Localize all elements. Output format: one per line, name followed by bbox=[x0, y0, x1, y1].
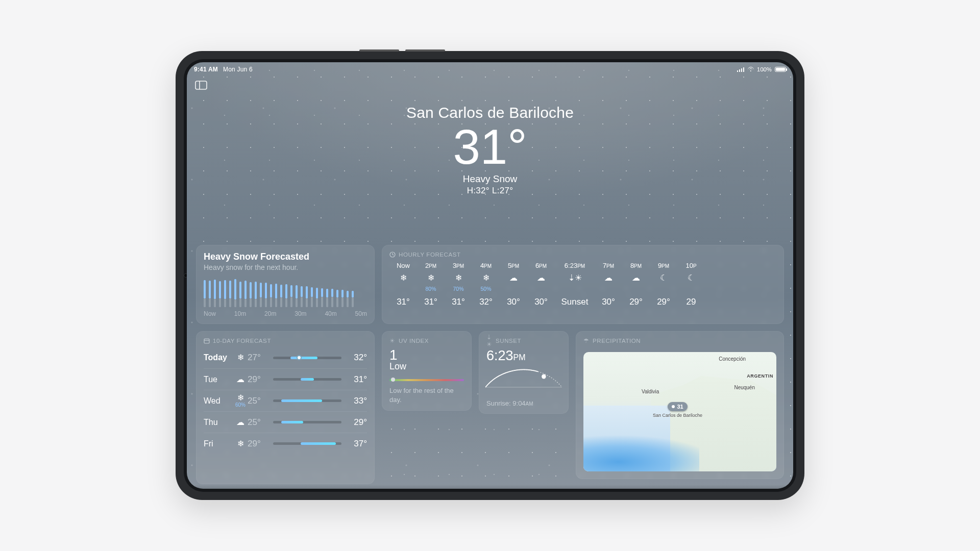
scale-50m: 50m bbox=[355, 310, 367, 317]
precipitation-map-card[interactable]: ☂︎ Precipitation Concepción ARGENTIN bbox=[576, 331, 784, 479]
tenday-row[interactable]: Fri❄︎29°37° bbox=[204, 433, 367, 454]
sidebar-toggle[interactable] bbox=[194, 80, 208, 91]
crop-fade bbox=[187, 485, 793, 489]
snow-icon: ❄︎ bbox=[428, 272, 434, 283]
row-bottom: 10-Day Forecast Today❄︎27°32°Tue☁︎29°31°… bbox=[196, 331, 784, 484]
uv-level: Low bbox=[389, 361, 464, 372]
hourly-track[interactable]: Now❄︎31°2PM❄︎80%31°3PM❄︎70%31°4PM❄︎50%32… bbox=[389, 262, 776, 307]
battery-icon bbox=[775, 67, 786, 72]
tenday-header-label: 10-Day Forecast bbox=[213, 338, 271, 344]
umbrella-icon: ☂︎ bbox=[583, 338, 590, 344]
hour-col[interactable]: 4PM❄︎50%32° bbox=[472, 262, 500, 307]
hourly-header-label: Hourly Forecast bbox=[399, 252, 461, 258]
status-time: 9:41 AM bbox=[194, 66, 218, 73]
svg-rect-3 bbox=[204, 339, 209, 343]
dot-icon bbox=[672, 405, 675, 408]
sunrise-ampm: AM bbox=[526, 401, 533, 407]
map-label-valdivia: Valdivia bbox=[642, 389, 659, 394]
hour-col[interactable]: 9PM☾29° bbox=[650, 262, 677, 307]
cloud-icon: ☁︎ bbox=[233, 418, 248, 427]
wifi-icon bbox=[747, 67, 754, 72]
sunset-header-label: Sunset bbox=[496, 338, 521, 344]
rhs-row-1: ☀︎ UV Index 1 Low Low for the rest of th… bbox=[382, 331, 784, 479]
nightcloud-icon: ☁︎ bbox=[604, 272, 612, 283]
hourly-header: Hourly Forecast bbox=[389, 252, 776, 258]
sunset-arc bbox=[485, 367, 562, 394]
row-top: Heavy Snow Forecasted Heavy snow for the… bbox=[196, 245, 784, 324]
ten-day-forecast-card[interactable]: 10-Day Forecast Today❄︎27°32°Tue☁︎29°31°… bbox=[196, 331, 375, 484]
hour-col[interactable]: 6:23PM⇣☀︎Sunset bbox=[555, 262, 595, 307]
map-marker-pill: 31 bbox=[668, 402, 687, 411]
snow-icon: ❄︎ bbox=[400, 272, 407, 283]
hour-col[interactable]: 6PM☁︎30° bbox=[527, 262, 555, 307]
tenday-row[interactable]: Today❄︎27°32° bbox=[204, 347, 367, 368]
weather-content: Heavy Snow Forecasted Heavy snow for the… bbox=[187, 245, 793, 489]
hour-col[interactable]: 8PM☁︎29° bbox=[622, 262, 650, 307]
tenday-header: 10-Day Forecast bbox=[204, 338, 367, 344]
uv-header: ☀︎ UV Index bbox=[389, 338, 464, 344]
sidebar-icon bbox=[195, 81, 207, 90]
scale-40m: 40m bbox=[325, 310, 336, 317]
uv-value: 1 bbox=[389, 348, 464, 362]
uv-index-card[interactable]: ☀︎ UV Index 1 Low Low for the rest of th… bbox=[382, 331, 472, 411]
current-temperature: 31° bbox=[187, 122, 793, 171]
map-label-neuquen: Neuquén bbox=[734, 385, 755, 390]
map-label-concepcion: Concepción bbox=[719, 356, 746, 362]
sun-icon: ☀︎ bbox=[389, 338, 396, 344]
uv-scale-bar bbox=[389, 379, 464, 381]
status-date: Mon Jun 6 bbox=[223, 66, 253, 73]
precipitation-map[interactable]: Concepción ARGENTIN Valdivia Neuquén 31 … bbox=[583, 352, 776, 471]
uv-note: Low for the rest of the day. bbox=[389, 386, 464, 404]
moon-icon: ☾ bbox=[660, 272, 667, 283]
hour-col[interactable]: 10P☾29 bbox=[677, 262, 705, 307]
hour-col[interactable]: 2PM❄︎80%31° bbox=[417, 262, 445, 307]
nightcloud-icon: ☁︎ bbox=[632, 272, 640, 283]
snow-icon: ❄︎60% bbox=[233, 394, 248, 408]
sunset-time: 6:23PM bbox=[486, 348, 561, 364]
uv-dot bbox=[391, 378, 395, 382]
snow-icon: ❄︎ bbox=[233, 440, 248, 448]
sunset-time-value: 6:23 bbox=[486, 348, 513, 363]
precip-minute-bars bbox=[204, 278, 367, 307]
tenday-row[interactable]: Wed❄︎60%25°33° bbox=[204, 390, 367, 411]
sunrise-time: Sunrise: 9:04 bbox=[486, 399, 526, 407]
precip-title: Heavy Snow Forecasted bbox=[204, 252, 367, 262]
status-bar: 9:41 AM Mon Jun 6 100% bbox=[187, 62, 793, 74]
hour-col[interactable]: 7PM☁︎30° bbox=[595, 262, 622, 307]
rhs-column: ☀︎ UV Index 1 Low Low for the rest of th… bbox=[382, 331, 784, 484]
cell-signal-icon bbox=[737, 67, 744, 72]
moon-icon: ☾ bbox=[688, 272, 695, 283]
map-marker-temp: 31 bbox=[677, 404, 683, 410]
scale-30m: 30m bbox=[295, 310, 306, 317]
map-marker-city: San Carlos de Bariloche bbox=[653, 413, 702, 418]
precip-map-header-label: Precipitation bbox=[593, 338, 641, 344]
next-hour-precip-card[interactable]: Heavy Snow Forecasted Heavy snow for the… bbox=[196, 245, 375, 324]
precip-subtitle: Heavy snow for the next hour. bbox=[204, 263, 367, 271]
location-name: San Carlos de Bariloche bbox=[187, 104, 793, 121]
tenday-row[interactable]: Tue☁︎29°31° bbox=[204, 368, 367, 390]
volume-button bbox=[359, 49, 399, 52]
tenday-list: Today❄︎27°32°Tue☁︎29°31°Wed❄︎60%25°33°Th… bbox=[204, 347, 367, 454]
uv-header-label: UV Index bbox=[399, 338, 429, 344]
weather-app-screen[interactable]: 9:41 AM Mon Jun 6 100% San C bbox=[187, 62, 793, 489]
map-marker[interactable]: 31 San Carlos de Bariloche bbox=[653, 401, 702, 418]
precip-map-header: ☂︎ Precipitation bbox=[576, 332, 783, 348]
sunset-card[interactable]: ⇣☀︎ Sunset 6:23PM bbox=[479, 331, 569, 414]
precip-minute-scale: Now 10m 20m 30m 40m 50m bbox=[204, 310, 367, 317]
volume-button-2 bbox=[405, 49, 445, 52]
cloud-icon: ☁︎ bbox=[537, 272, 545, 283]
ipad-inner: 9:41 AM Mon Jun 6 100% San C bbox=[184, 59, 796, 492]
hour-col[interactable]: Now❄︎31° bbox=[389, 262, 417, 307]
tenday-row[interactable]: Thu☁︎25°29° bbox=[204, 411, 367, 433]
hour-col[interactable]: 3PM❄︎70%31° bbox=[445, 262, 472, 307]
hourly-forecast-card[interactable]: Hourly Forecast Now❄︎31°2PM❄︎80%31°3PM❄︎… bbox=[382, 245, 784, 324]
cloud-icon: ☁︎ bbox=[233, 375, 248, 384]
sunset-icon: ⇣☀︎ bbox=[486, 338, 493, 344]
ipad-device-frame: 9:41 AM Mon Jun 6 100% San C bbox=[176, 51, 804, 500]
hour-col[interactable]: 5PM☁︎30° bbox=[500, 262, 527, 307]
snow-icon: ❄︎ bbox=[455, 272, 462, 283]
sunset-ampm: PM bbox=[513, 353, 526, 362]
calendar-icon bbox=[204, 338, 210, 344]
snow-icon: ❄︎ bbox=[233, 354, 248, 362]
scale-now: Now bbox=[204, 310, 216, 317]
